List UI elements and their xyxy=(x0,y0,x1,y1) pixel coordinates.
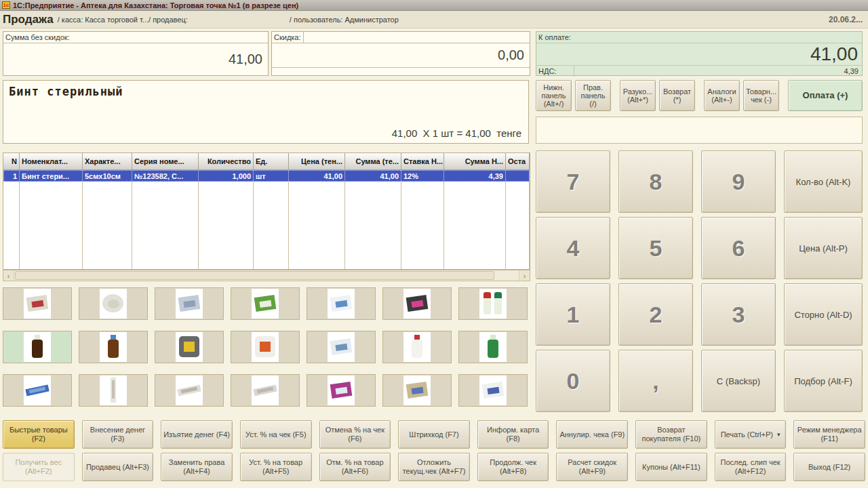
quantity-button[interactable]: Кол-во (Alt-K) xyxy=(784,150,863,213)
set-check-discount-button[interactable]: Уст. % на чек (F5) xyxy=(240,420,312,449)
column-header[interactable]: Сумма Н... xyxy=(444,153,506,169)
table-empty-column xyxy=(254,182,289,269)
numpad-key-9[interactable]: 9 xyxy=(701,150,776,213)
calc-discounts-button[interactable]: Расчет скидок (Alt+F9) xyxy=(556,453,628,481)
storno-button[interactable]: Сторно (Alt-D) xyxy=(784,283,863,346)
numpad-key-[interactable]: , xyxy=(618,350,693,412)
customer-return-button[interactable]: Возврат покупателя (F10) xyxy=(635,420,707,449)
current-item-calculation: 41,00 X 1 шт = 41,00 тенге xyxy=(392,127,521,139)
numpad-key-8[interactable]: 8 xyxy=(618,150,693,213)
quick-goods-button[interactable]: Быстрые товары (F2) xyxy=(3,420,75,449)
product-thumbnail[interactable] xyxy=(382,331,452,363)
product-thumbnail[interactable] xyxy=(307,374,376,407)
table-horizontal-scrollbar[interactable]: ‹ › xyxy=(3,270,530,281)
numpad-key-2[interactable]: 2 xyxy=(618,283,693,346)
product-thumbnail[interactable] xyxy=(3,287,72,320)
column-header[interactable]: N xyxy=(3,153,20,169)
discount-label: Скидка: xyxy=(274,33,301,41)
scroll-left-icon[interactable]: ‹ xyxy=(3,270,14,281)
scroll-right-icon[interactable]: › xyxy=(519,270,530,281)
get-weight-button: Получить вес (Alt+F2) xyxy=(3,453,75,481)
info-card-button[interactable]: Информ. карта (F8) xyxy=(477,420,549,449)
discount-input[interactable] xyxy=(303,32,528,43)
column-header[interactable]: Ед. xyxy=(254,153,289,169)
numpad-key-0[interactable]: 0 xyxy=(536,350,610,412)
product-thumbnail[interactable] xyxy=(382,287,452,320)
product-thumbnail[interactable] xyxy=(458,374,528,407)
product-thumbnail[interactable] xyxy=(231,287,300,320)
product-thumbnail[interactable] xyxy=(155,287,224,320)
product-thumbnail[interactable] xyxy=(231,331,300,363)
goods-receipt-button[interactable]: Товарн... чек (-) xyxy=(743,80,779,111)
table-empty-column xyxy=(132,182,199,269)
product-thumbnail[interactable] xyxy=(307,287,376,320)
change-rights-button[interactable]: Заменить права (Alt+F4) xyxy=(161,453,233,481)
product-thumbnail[interactable] xyxy=(3,374,72,407)
cancel-item-discount-button[interactable]: Отм. % на товар (Alt+F6) xyxy=(319,453,391,481)
product-photo xyxy=(176,375,203,405)
column-header[interactable]: Характе... xyxy=(83,153,132,169)
continue-check-button[interactable]: Продолж. чек (Alt+F8) xyxy=(477,453,549,481)
product-thumbnail[interactable] xyxy=(307,331,376,363)
product-thumbnail[interactable] xyxy=(155,331,224,363)
table-cell: №123582, С... xyxy=(132,170,199,182)
product-thumbnail[interactable] xyxy=(458,287,528,320)
barcode-button[interactable]: Штрихкод (F7) xyxy=(398,420,470,449)
numpad-key-3[interactable]: 3 xyxy=(701,283,776,346)
table-empty-column xyxy=(20,182,83,269)
product-thumbnail[interactable] xyxy=(382,374,452,407)
numpad-key-7[interactable]: 7 xyxy=(536,150,610,213)
product-photo xyxy=(403,289,431,319)
lower-panel-button[interactable]: Нижн. панель (Alt+/) xyxy=(536,80,572,111)
cash-out-button[interactable]: Изъятие денег (F4) xyxy=(161,420,233,449)
window-titlebar: 1с 1С:Предприятие - Аптека для Казахстан… xyxy=(0,0,868,11)
column-header[interactable]: Сумма (те... xyxy=(345,153,401,169)
cash-in-button[interactable]: Внесение денег (F3) xyxy=(82,420,154,449)
discount-box: Скидка: 0,00 xyxy=(271,31,530,76)
product-thumbnail[interactable] xyxy=(458,331,528,363)
analogs-button[interactable]: Аналоги (Alt+-) xyxy=(704,80,740,111)
vat-value: 4,39 xyxy=(574,67,862,75)
product-thumbnail[interactable] xyxy=(155,374,224,407)
numpad-key-6[interactable]: 6 xyxy=(701,217,776,279)
coupons-button[interactable]: Купоны (Alt+F11) xyxy=(635,453,707,481)
pay-button[interactable]: Оплата (+) xyxy=(788,80,863,111)
vat-label: НДС: xyxy=(536,66,574,77)
right-panel-button[interactable]: Прав. панель (/) xyxy=(575,80,611,111)
numpad-key-4[interactable]: 4 xyxy=(536,217,610,279)
product-photo xyxy=(479,375,507,405)
numpad-key-1[interactable]: 1 xyxy=(536,283,610,346)
print-button[interactable]: Печать (Ctrl+P)▾ xyxy=(715,420,787,449)
product-thumbnail[interactable] xyxy=(79,331,148,363)
column-header[interactable]: Оста xyxy=(506,153,530,169)
column-header[interactable]: Номенклат... xyxy=(20,153,83,169)
cancel-check-discount-button[interactable]: Отмена % на чек (F6) xyxy=(319,420,391,449)
seller-label: / продавец: xyxy=(149,16,188,24)
pick-button[interactable]: Подбор (Alt-F) xyxy=(784,350,863,412)
product-thumbnail[interactable] xyxy=(79,374,148,407)
product-thumbnail[interactable] xyxy=(231,374,300,407)
scrollbar-thumb[interactable] xyxy=(15,271,494,280)
column-header[interactable]: Цена (тен... xyxy=(289,153,345,169)
manager-mode-button[interactable]: Режим менеджера (F11) xyxy=(793,420,865,449)
table-row-selected[interactable]: 1Бинт стери...5смх10см№123582, С...1,000… xyxy=(3,170,530,182)
numpad-key-CBacksp[interactable]: C (Backsp) xyxy=(701,350,776,412)
unpack-button[interactable]: Разуко... (Alt+*) xyxy=(620,80,656,111)
postpone-check-button[interactable]: Отложить текущ.чек (Alt+F7) xyxy=(398,453,470,481)
numpad-key-5[interactable]: 5 xyxy=(618,217,693,279)
seller-button[interactable]: Продавец (Alt+F3) xyxy=(82,453,154,481)
set-item-discount-button[interactable]: Уст. % на товар (Alt+F5) xyxy=(240,453,312,481)
product-photo xyxy=(479,332,507,362)
column-header[interactable]: Серия номе... xyxy=(132,153,199,169)
numpad-input-field[interactable] xyxy=(536,117,863,144)
scrollbar-track[interactable] xyxy=(14,270,519,281)
product-thumbnail[interactable] xyxy=(79,287,148,320)
return-button[interactable]: Возврат (*) xyxy=(659,80,695,111)
product-thumbnail[interactable] xyxy=(3,331,72,363)
column-header[interactable]: Ставка Н... xyxy=(401,153,444,169)
annul-check-button[interactable]: Аннулир. чека (F9) xyxy=(556,420,628,449)
exit-button[interactable]: Выход (F12) xyxy=(793,453,865,481)
price-button[interactable]: Цена (Alt-P) xyxy=(784,217,863,279)
last-slip-button[interactable]: Послед. слип чек (Alt+F12) xyxy=(715,453,787,481)
column-header[interactable]: Количество xyxy=(199,153,254,169)
